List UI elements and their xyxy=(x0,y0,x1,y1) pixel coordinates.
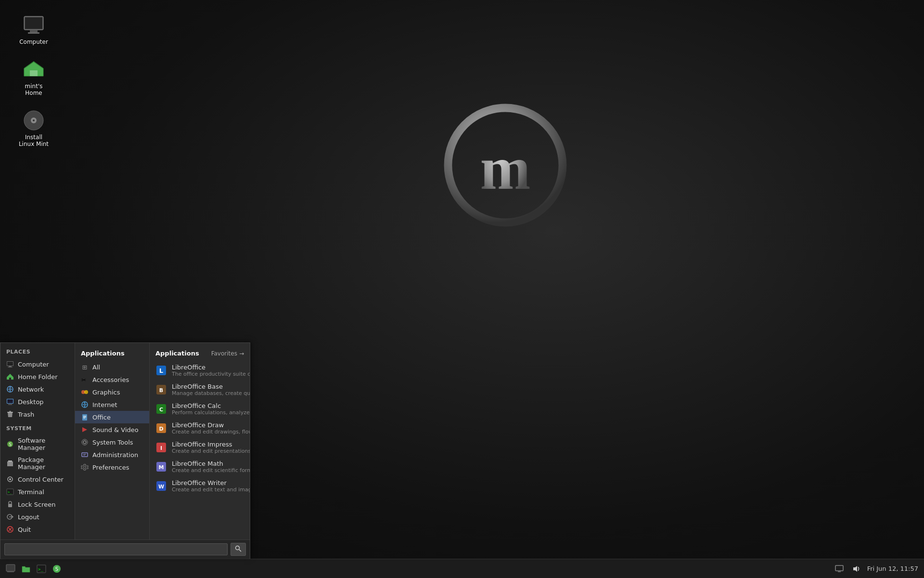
svg-text:✂: ✂ xyxy=(81,377,86,383)
taskbar-left: >_ S xyxy=(0,562,67,576)
places-item-trash[interactable]: Trash xyxy=(0,408,75,420)
system-terminal[interactable]: >_ Terminal xyxy=(0,486,75,498)
taskbar-volume-icon[interactable] xyxy=(850,562,863,576)
svg-rect-18 xyxy=(8,404,12,405)
svg-rect-29 xyxy=(8,504,12,507)
quit-label: Quit xyxy=(18,526,31,533)
apps-header: Applications xyxy=(75,347,149,361)
start-menu: Places Computer Home Folder Network Desk… xyxy=(0,342,250,559)
app-math-name: LibreOffice Math xyxy=(172,460,250,467)
taskbar-screen-icon[interactable] xyxy=(833,562,846,576)
svg-text:B: B xyxy=(159,387,163,394)
taskbar-software-manager[interactable]: S xyxy=(50,562,64,576)
app-libreoffice-desc: The office productivity suite compatible… xyxy=(172,371,250,377)
app-libreoffice-math[interactable]: M LibreOffice Math Create and edit scien… xyxy=(150,457,250,476)
desktop-icon-home[interactable]: mint's Home xyxy=(14,54,53,100)
system-lock-screen[interactable]: Lock Screen xyxy=(0,498,75,511)
svg-text:S: S xyxy=(9,442,12,447)
favorites-link[interactable]: Favorites → xyxy=(211,350,244,357)
system-control-center[interactable]: Control Center xyxy=(0,473,75,486)
places-item-home[interactable]: Home Folder xyxy=(0,370,75,383)
system-tools-icon xyxy=(81,438,89,446)
category-internet[interactable]: Internet xyxy=(75,398,149,411)
app-calc-name: LibreOffice Calc xyxy=(172,402,250,409)
app-libreoffice-draw[interactable]: D LibreOffice Draw Create and edit drawi… xyxy=(150,419,250,438)
apps-list-title: Applications xyxy=(155,350,199,357)
taskbar-terminal[interactable]: >_ xyxy=(35,562,48,576)
system-package-manager[interactable]: Package Manager xyxy=(0,454,75,473)
places-computer-label: Computer xyxy=(18,361,49,368)
category-system-tools[interactable]: System Tools xyxy=(75,436,149,448)
svg-point-45 xyxy=(83,441,86,444)
taskbar-datetime: Fri Jun 12, 11:57 xyxy=(867,565,918,572)
preferences-icon xyxy=(81,463,89,471)
app-base-desc: Manage databases, create queries and rep… xyxy=(172,390,250,396)
svg-point-9 xyxy=(33,119,35,121)
system-header: System xyxy=(0,420,75,434)
svg-rect-67 xyxy=(6,565,15,571)
accessories-icon: ✂ xyxy=(81,376,89,383)
category-accessories[interactable]: ✂ Accessories xyxy=(75,373,149,386)
places-item-computer[interactable]: Computer xyxy=(0,358,75,370)
app-base-name: LibreOffice Base xyxy=(172,383,250,390)
app-libreoffice-name: LibreOffice xyxy=(172,364,250,371)
svg-rect-13 xyxy=(8,367,13,368)
app-libreoffice-impress[interactable]: I LibreOffice Impress Create and edit pr… xyxy=(150,438,250,457)
search-input[interactable] xyxy=(4,543,228,555)
category-system-tools-label: System Tools xyxy=(92,439,133,446)
desktop-icon-computer[interactable]: Computer xyxy=(14,10,53,49)
app-impress-name: LibreOffice Impress xyxy=(172,441,250,448)
svg-text:m: m xyxy=(480,135,531,202)
places-desktop-label: Desktop xyxy=(18,398,44,406)
computer-icon xyxy=(22,13,45,37)
places-network-label: Network xyxy=(18,386,44,393)
category-graphics[interactable]: Graphics xyxy=(75,386,149,398)
category-administration[interactable]: Administration xyxy=(75,448,149,461)
control-center-label: Control Center xyxy=(18,476,64,483)
system-logout[interactable]: Logout xyxy=(0,511,75,523)
category-accessories-label: Accessories xyxy=(92,376,129,383)
taskbar-show-desktop[interactable] xyxy=(4,562,17,576)
category-sound-video[interactable]: Sound & Video xyxy=(75,423,149,436)
internet-icon xyxy=(81,401,89,408)
category-internet-label: Internet xyxy=(92,401,117,408)
install-label: Install Linux Mint xyxy=(16,134,51,147)
apps-list-header: Applications Favorites → xyxy=(150,347,250,361)
svg-rect-6 xyxy=(30,70,38,76)
svg-rect-12 xyxy=(9,366,12,367)
home-folder-icon xyxy=(22,58,45,81)
svg-rect-73 xyxy=(835,565,843,571)
svg-rect-68 xyxy=(7,571,14,572)
places-item-network[interactable]: Network xyxy=(0,383,75,395)
system-software-manager[interactable]: S Software Manager xyxy=(0,434,75,454)
category-sound-video-label: Sound & Video xyxy=(92,426,139,434)
category-all[interactable]: ⊞ All xyxy=(75,361,149,373)
app-libreoffice[interactable]: L LibreOffice The office productivity su… xyxy=(150,361,250,380)
system-quit[interactable]: Quit xyxy=(0,523,75,536)
svg-rect-24 xyxy=(8,460,12,462)
category-preferences[interactable]: Preferences xyxy=(75,461,149,473)
app-libreoffice-calc[interactable]: C LibreOffice Calc Perform calculations,… xyxy=(150,399,250,419)
svg-point-26 xyxy=(9,478,11,480)
svg-point-65 xyxy=(236,546,240,550)
places-panel: Places Computer Home Folder Network Desk… xyxy=(0,343,75,539)
svg-rect-74 xyxy=(838,571,841,572)
svg-rect-3 xyxy=(25,17,42,29)
desktop-icon-install[interactable]: Install Linux Mint xyxy=(14,105,53,151)
svg-rect-20 xyxy=(9,411,11,412)
svg-text:L: L xyxy=(159,367,163,374)
apps-list-panel: Applications Favorites → L LibreOffice T… xyxy=(150,343,250,539)
category-office[interactable]: Office xyxy=(75,411,149,423)
places-item-desktop[interactable]: Desktop xyxy=(0,395,75,408)
home-label: mint's Home xyxy=(16,83,51,96)
svg-line-66 xyxy=(239,550,242,552)
administration-icon xyxy=(81,451,89,459)
search-button[interactable] xyxy=(231,543,246,556)
app-calc-desc: Perform calculations, analyze informatio… xyxy=(172,409,250,416)
app-libreoffice-base[interactable]: B LibreOffice Base Manage databases, cre… xyxy=(150,380,250,399)
svg-marker-75 xyxy=(853,566,857,572)
svg-point-46 xyxy=(82,439,88,445)
taskbar-file-manager[interactable] xyxy=(19,562,33,576)
app-libreoffice-writer[interactable]: W LibreOffice Writer Create and edit tex… xyxy=(150,476,250,496)
terminal-label: Terminal xyxy=(18,488,44,496)
